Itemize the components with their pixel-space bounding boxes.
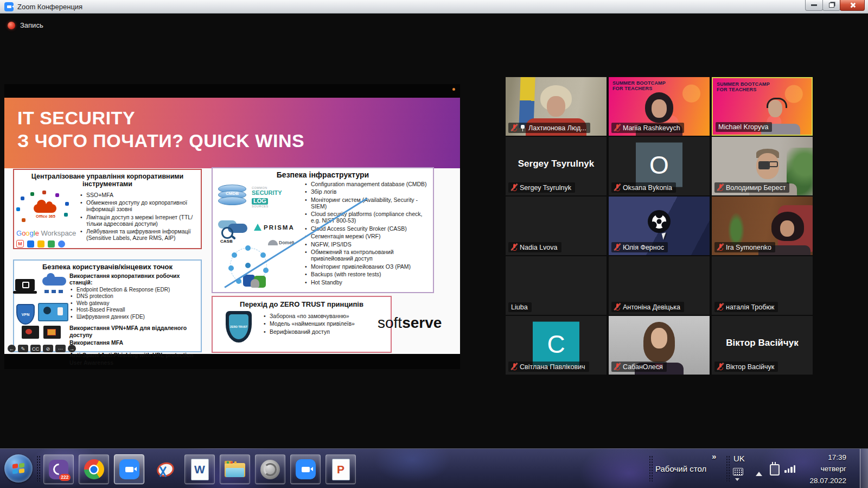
window-titlebar[interactable]: Zoom Конференция — [0, 0, 868, 14]
pin-icon — [520, 124, 526, 132]
participant-tile-viktor[interactable]: Віктор Васійчук Віктор Васійчук — [712, 316, 813, 375]
muted-mic-icon — [614, 124, 620, 132]
box-central-management: Централізоване управління корпоративними… — [13, 169, 202, 249]
taskbar-powerpoint-button[interactable]: P — [326, 454, 356, 484]
taskbar-snipping-tool-button[interactable] — [149, 454, 180, 484]
slide-title-line2: З ЧОГО ПОЧАТИ? QUICK WINS — [17, 130, 460, 153]
minimize-button[interactable] — [805, 0, 823, 11]
muted-mic-icon — [614, 183, 620, 192]
taskbar-explorer-button[interactable] — [220, 454, 250, 484]
softserve-logo: softserve — [378, 314, 442, 332]
file-explorer-icon — [225, 461, 245, 478]
previous-slide-icon: ← — [8, 345, 16, 352]
casb-cloud-icon: CASB — [217, 219, 250, 243]
participant-name-label: наталія Тробюк — [714, 302, 778, 312]
taskbar-media-app-button[interactable] — [255, 454, 285, 484]
muted-mic-icon — [717, 303, 723, 311]
taskbar-icons: 222 W — [43, 454, 356, 484]
participant-tile-oksana[interactable]: O Oksana Bykonia — [609, 137, 710, 195]
sheets-icon — [48, 240, 55, 248]
windows-taskbar: 222 W — [0, 448, 868, 488]
zoom-conference-window: Zoom Конференция Запись IT SECURITY З ЧО… — [0, 0, 868, 488]
desktop-toolbar-label[interactable]: Рабочий стол — [655, 464, 706, 473]
start-button[interactable] — [4, 454, 33, 483]
participant-center-name: Sergey Tsyrulnyk — [506, 159, 607, 169]
tray-grip[interactable] — [726, 455, 730, 481]
recording-label: Запись — [20, 21, 43, 29]
drive-icon — [37, 240, 44, 248]
dome-icon — [268, 240, 278, 245]
participant-tile-yuliia[interactable]: Юлія Фернос — [609, 197, 710, 255]
participant-tile-antonina[interactable]: Антоніна Девіцька — [609, 256, 710, 315]
box-central-bullets: SSO+MFA Обмеження доступу до корпоративн… — [79, 190, 201, 251]
toolbar-overflow-chevron[interactable]: » — [712, 452, 716, 461]
zerotrust-bullets: Заборона «по замовчуванню» Модель «найме… — [263, 311, 391, 349]
avatar-letter: O — [636, 143, 682, 187]
toolbar-grip[interactable] — [649, 455, 653, 481]
participant-name-label: Лахтионова Люд... — [508, 123, 590, 133]
windows-logo-icon — [12, 463, 24, 474]
meet-icon — [27, 240, 34, 248]
captions-icon: CC — [30, 345, 41, 352]
zoom-app-icon — [4, 2, 14, 11]
participant-tile-svitlana[interactable]: C Світлана Павлікович — [506, 316, 607, 375]
muted-mic-icon — [614, 363, 620, 371]
keyboard-layout-icon[interactable] — [733, 468, 743, 476]
clock-time: 17:39 — [793, 452, 846, 463]
shared-screen-slide: IT SECURITY З ЧОГО ПОЧАТИ? QUICK WINS Це… — [4, 84, 460, 369]
taskbar-zoom2-button[interactable] — [290, 454, 321, 484]
participant-tile-nadia[interactable]: Nadia Lvova — [506, 197, 607, 255]
participant-center-name: Віктор Васійчук — [712, 338, 813, 348]
participant-tile-michael-active-speaker[interactable]: SUMMER BOOTCAMPFOR TEACHERS Michael Krop… — [712, 77, 813, 136]
box-endpoint-security: Безпека користувачів/кінцевих точок VPN … — [13, 259, 202, 352]
box-zero-trust: Перехід до ZERO TRUST принципів ZERO TRU… — [212, 296, 392, 353]
participant-tile-berest[interactable]: Володимир Берест — [712, 137, 813, 195]
restore-button[interactable] — [822, 0, 840, 11]
taskbar-clock[interactable]: 17:39 четверг 28.07.2022 — [793, 452, 846, 486]
clock-date: 28.07.2022 — [793, 475, 846, 486]
muted-mic-icon — [717, 243, 723, 251]
taskbar-zoom-button-active[interactable] — [114, 454, 144, 484]
participant-name-label: Mariia Rashkevych — [611, 123, 684, 133]
participant-tile-saban[interactable]: СабанОлеся — [609, 316, 710, 375]
participant-tile-ira[interactable]: Ira Symonenko — [712, 197, 813, 255]
participant-name-label: Ira Symonenko — [714, 242, 775, 252]
participant-tile-liuba[interactable]: Liuba — [506, 256, 607, 315]
workstation-bullets: Endpoint Detection & Response (EDR) DNS … — [69, 287, 199, 320]
show-desktop-button[interactable] — [860, 449, 868, 488]
box-central-icons: Office 365 Google Workspace M — [14, 190, 79, 251]
slide-corner-dot — [452, 88, 455, 91]
mfa-monitor-icon — [38, 303, 68, 321]
muted-mic-icon — [717, 183, 723, 192]
participant-tile-sergey[interactable]: Sergey Tsyrulnyk Sergey Tsyrulnyk — [506, 137, 607, 195]
participant-name-label: Віктор Васійчук — [714, 362, 778, 372]
participant-name-label: Liuba — [508, 302, 532, 312]
slide-title-line1: IT SECURITY — [17, 107, 460, 130]
chrome-app-icon — [58, 240, 65, 248]
taskbar-word-button[interactable]: W — [184, 454, 215, 484]
language-indicator[interactable]: UK — [733, 454, 745, 463]
taskbar-chrome-button[interactable] — [79, 454, 109, 484]
cloud-network-icon — [42, 277, 66, 286]
close-button[interactable] — [840, 0, 865, 11]
participant-name-label: Юлія Фернос — [611, 242, 668, 252]
participant-tile-mariia[interactable]: SUMMER BOOTCAMPFOR TEACHERS Mariia Rashk… — [609, 77, 710, 136]
participant-name-label: Антоніна Девіцька — [611, 302, 684, 312]
snipping-tool-icon — [155, 461, 174, 478]
workstation-subheader: Використання корпоративних робочих станц… — [69, 272, 199, 286]
power-plug-icon[interactable] — [770, 464, 780, 476]
next-slide-icon: → — [68, 345, 76, 352]
language-dropdown-icon[interactable] — [735, 478, 739, 483]
box-endpoint-header: Безпека користувачів/кінцевих точок — [14, 263, 201, 271]
infra-network-bullets: Сегментація мережі (VRF) NGFW, IPS/IDS О… — [304, 233, 431, 270]
participants-gallery: Лахтионова Люд... SUMMER BOOTCAMPFOR TEA… — [506, 77, 813, 375]
taskbar-grip[interactable] — [36, 455, 40, 481]
participant-tile-lakhtionova[interactable]: Лахтионова Люд... — [506, 77, 607, 136]
participant-tile-nataliia[interactable]: наталія Тробюк — [712, 256, 813, 315]
muted-mic-icon — [511, 124, 517, 132]
infra-monitoring-bullets: Configuration management database (CMDB)… — [304, 181, 431, 210]
taskbar-viber-button[interactable]: 222 — [43, 454, 74, 484]
show-hidden-icons-button[interactable] — [756, 468, 762, 476]
viber-icon: 222 — [49, 460, 68, 479]
zoom-icon — [119, 459, 139, 479]
